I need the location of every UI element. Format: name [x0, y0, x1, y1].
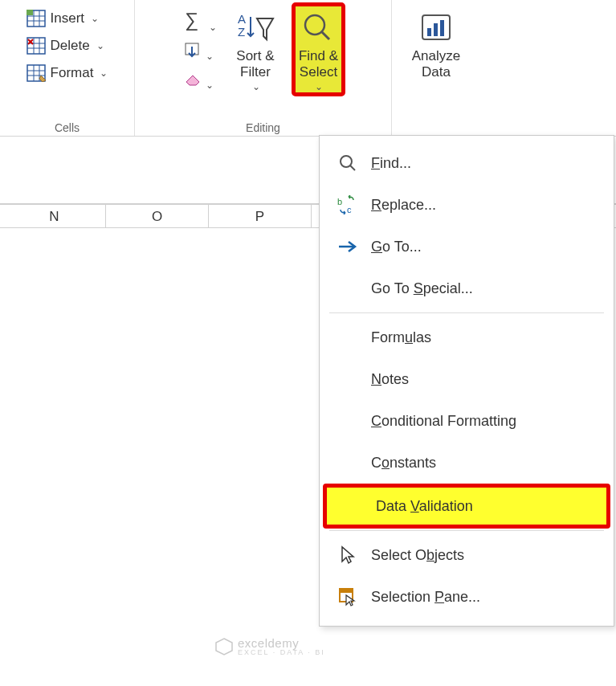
group-label-editing: Editing [246, 118, 280, 134]
cursor-icon [334, 544, 361, 566]
format-label: Format [51, 65, 94, 81]
find-select-menu: Find... bc Replace... Go To... Go To Spe… [319, 135, 614, 627]
menu-replace[interactable]: bc Replace... [320, 184, 614, 226]
ribbon: Insert ⌄ Delete ⌄ Format ⌄ Cells [0, 0, 616, 137]
menu-find-label: Find... [371, 155, 411, 172]
menu-separator [329, 312, 604, 313]
menu-selection-pane[interactable]: Selection Pane... [320, 576, 614, 618]
analyze-data-label: Analyze Data [412, 48, 460, 81]
svg-point-30 [341, 156, 352, 167]
menu-notes[interactable]: Notes [320, 358, 614, 400]
svg-marker-35 [342, 547, 353, 563]
format-cells-icon [27, 64, 46, 82]
delete-cells-icon [27, 37, 46, 55]
svg-text:A: A [238, 12, 246, 26]
menu-goto[interactable]: Go To... [320, 226, 614, 267]
svg-rect-29 [440, 20, 444, 36]
watermark-tag: EXCEL · DATA · BI [238, 648, 325, 656]
chevron-down-icon: ⌄ [100, 67, 108, 79]
svg-rect-37 [340, 589, 353, 593]
col-header[interactable]: O [106, 205, 209, 227]
chevron-down-icon: ⌄ [91, 13, 99, 24]
group-cells: Insert ⌄ Delete ⌄ Format ⌄ Cells [0, 0, 135, 136]
insert-button[interactable]: Insert ⌄ [25, 8, 110, 29]
menu-constants[interactable]: Constants [320, 442, 614, 484]
chevron-down-icon: ⌄ [252, 81, 260, 92]
menu-selection-pane-label: Selection Pane... [371, 589, 480, 606]
search-icon [334, 152, 361, 174]
svg-text:∑: ∑ [185, 10, 198, 31]
menu-select-objects[interactable]: Select Objects [320, 534, 614, 576]
menu-goto-label: Go To... [371, 239, 422, 255]
analyze-data-icon [417, 10, 455, 47]
clear-icon[interactable]: ⌄ [183, 71, 217, 92]
sort-filter-button[interactable]: A Z Sort & Filter⌄ [231, 5, 279, 94]
group-editing: ∑⌄ ⌄ ⌄ A Z Sort & Filt [135, 0, 392, 136]
group-label-analyze [434, 118, 438, 134]
find-select-icon [299, 10, 337, 47]
menu-goto-special[interactable]: Go To Special... [320, 267, 614, 309]
find-select-label: Find & Select [299, 48, 338, 81]
selection-pane-icon [334, 586, 361, 608]
svg-marker-21 [186, 76, 199, 85]
editing-mini-column: ∑⌄ ⌄ ⌄ [183, 5, 217, 92]
sort-filter-icon: A Z [236, 10, 275, 47]
autosum-icon[interactable]: ∑⌄ [183, 10, 217, 34]
menu-find[interactable]: Find... [320, 142, 614, 184]
goto-arrow-icon [334, 235, 361, 258]
menu-formulas[interactable]: Formulas [320, 316, 614, 358]
watermark-icon [215, 638, 233, 655]
menu-separator [329, 530, 604, 531]
menu-data-validation-label: Data Validation [376, 498, 473, 515]
svg-marker-39 [216, 639, 232, 655]
menu-select-objects-label: Select Objects [371, 547, 464, 564]
col-header[interactable]: N [3, 205, 106, 227]
menu-cond-fmt-label: Conditional Formatting [371, 413, 516, 430]
menu-formulas-label: Formulas [371, 329, 431, 346]
watermark: exceldemy EXCEL · DATA · BI [215, 636, 325, 656]
col-header[interactable]: P [209, 205, 312, 227]
svg-text:b: b [337, 197, 342, 206]
find-select-button[interactable]: Find & Select⌄ [294, 5, 343, 94]
fill-icon[interactable]: ⌄ [183, 42, 217, 63]
menu-data-validation[interactable]: Data Validation [324, 485, 609, 527]
svg-rect-5 [27, 10, 33, 15]
insert-cells-icon [27, 10, 46, 27]
delete-button[interactable]: Delete ⌄ [25, 35, 110, 56]
menu-constants-label: Constants [371, 455, 436, 472]
insert-label: Insert [51, 10, 85, 27]
format-button[interactable]: Format ⌄ [25, 63, 110, 84]
delete-label: Delete [51, 38, 90, 54]
group-label-cells: Cells [55, 118, 80, 134]
chevron-down-icon: ⌄ [315, 81, 323, 92]
menu-goto-special-label: Go To Special... [371, 280, 473, 297]
menu-replace-label: Replace... [371, 197, 436, 214]
svg-rect-27 [427, 28, 431, 36]
menu-conditional-formatting[interactable]: Conditional Formatting [320, 400, 614, 442]
chevron-down-icon: ⌄ [96, 40, 104, 51]
svg-line-25 [321, 31, 329, 39]
svg-rect-28 [434, 23, 438, 36]
group-analyze: Analyze Data [392, 0, 480, 136]
sort-filter-label: Sort & Filter [236, 48, 274, 81]
analyze-data-button[interactable]: Analyze Data [407, 5, 465, 83]
svg-line-31 [350, 165, 355, 170]
svg-text:Z: Z [238, 25, 245, 39]
replace-icon: bc [334, 194, 361, 216]
svg-text:c: c [347, 205, 352, 214]
menu-notes-label: Notes [371, 371, 409, 388]
